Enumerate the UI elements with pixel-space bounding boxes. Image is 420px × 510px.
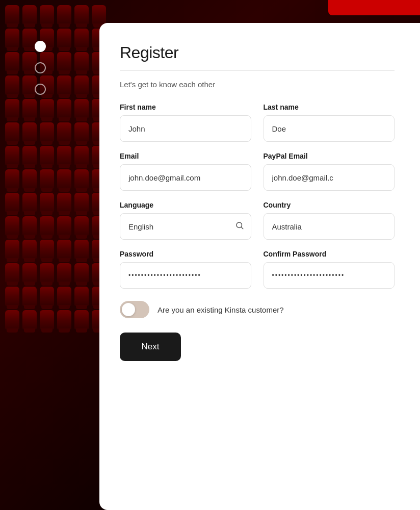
page-title: Register <box>120 43 395 62</box>
kinsta-toggle-row: Are you an existing Kinsta customer? <box>120 301 395 318</box>
confirm-password-label: Confirm Password <box>264 250 395 258</box>
email-input[interactable] <box>120 164 251 191</box>
confirm-password-group: Confirm Password <box>264 250 395 289</box>
last-name-group: Last name <box>264 103 395 142</box>
stepper <box>35 41 46 95</box>
next-button[interactable]: Next <box>120 333 181 361</box>
registration-card: Register Let's get to know each other Fi… <box>99 23 420 510</box>
country-input[interactable] <box>264 213 395 240</box>
paypal-email-group: PayPal Email <box>264 152 395 191</box>
last-name-input[interactable] <box>264 115 395 142</box>
language-input[interactable] <box>120 213 251 240</box>
language-input-wrap <box>120 213 251 240</box>
confirm-password-input[interactable] <box>264 262 395 289</box>
paypal-email-input[interactable] <box>264 164 395 191</box>
email-label: Email <box>120 152 251 160</box>
email-group: Email <box>120 152 251 191</box>
language-group: Language <box>120 201 251 240</box>
form: First name Last name Email PayPal Email … <box>120 103 395 289</box>
step-dot-1[interactable] <box>35 41 46 52</box>
password-group: Password <box>120 250 251 289</box>
kinsta-toggle[interactable] <box>120 301 149 318</box>
subtitle: Let's get to know each other <box>120 80 395 89</box>
password-input[interactable] <box>120 262 251 289</box>
country-group: Country <box>264 201 395 240</box>
toggle-thumb <box>122 303 135 316</box>
paypal-email-label: PayPal Email <box>264 152 395 160</box>
first-name-input[interactable] <box>120 115 251 142</box>
language-label: Language <box>120 201 251 209</box>
step-dot-2[interactable] <box>35 62 46 73</box>
toggle-label: Are you an existing Kinsta customer? <box>158 305 284 314</box>
divider <box>120 70 395 71</box>
first-name-label: First name <box>120 103 251 111</box>
toggle-track <box>120 301 149 318</box>
first-name-group: First name <box>120 103 251 142</box>
password-label: Password <box>120 250 251 258</box>
country-label: Country <box>264 201 395 209</box>
top-accent-bar <box>328 0 420 15</box>
last-name-label: Last name <box>264 103 395 111</box>
step-dot-3[interactable] <box>35 84 46 95</box>
